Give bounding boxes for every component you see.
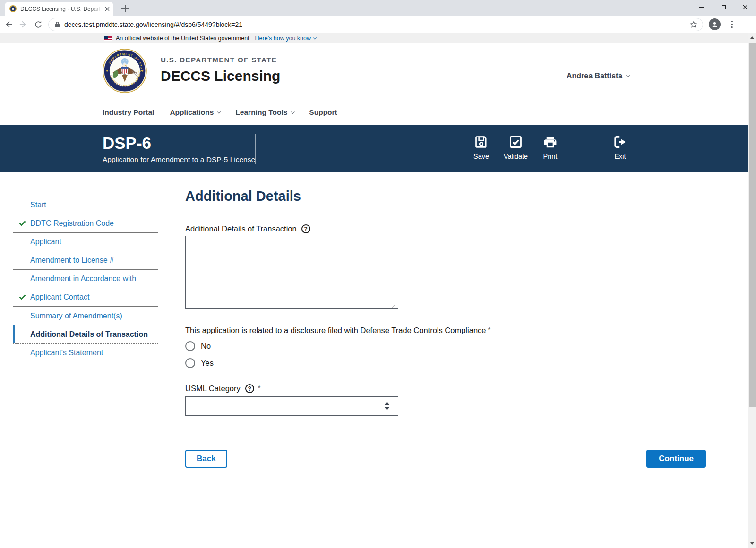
site-favicon-icon: [9, 5, 17, 12]
help-icon[interactable]: ?: [301, 224, 310, 233]
sidebar-item-ddtc-registration-code[interactable]: DDTC Registration Code: [13, 214, 158, 233]
check-icon: [19, 293, 26, 300]
radio-button-icon[interactable]: [185, 341, 195, 351]
usml-category-label: USML Category: [185, 384, 241, 393]
sidebar-item-amendment-in-accordance[interactable]: Amendment in Accordance with: [13, 270, 158, 288]
form-code: DSP-6: [103, 135, 255, 151]
us-flag-icon: [104, 36, 112, 41]
help-icon[interactable]: ?: [245, 384, 254, 393]
back-arrow-icon: [4, 20, 13, 29]
page-content: Start DDTC Registration Code Applicant A…: [0, 172, 756, 548]
exit-button[interactable]: Exit: [603, 135, 637, 160]
radio-label: Yes: [201, 359, 214, 368]
user-name: Andrea Battista: [567, 72, 622, 80]
save-floppy-icon: [474, 135, 489, 149]
reload-icon: [34, 20, 43, 29]
person-icon: [711, 21, 718, 28]
radio-label: No: [201, 342, 211, 351]
validate-check-icon: [508, 135, 523, 149]
banner-divider: [255, 134, 256, 164]
app-title: DECCS Licensing: [161, 68, 280, 84]
primary-navigation: Industry Portal Applications Learning To…: [0, 99, 756, 125]
print-icon: [543, 135, 558, 149]
restore-icon: [722, 5, 726, 9]
usml-category-select[interactable]: [185, 396, 398, 416]
scrollbar-thumb[interactable]: [749, 43, 756, 407]
bookmark-star-icon[interactable]: [689, 20, 698, 29]
lock-icon: [55, 21, 60, 28]
state-department-seal: DEPARTMENT OF STATE UNITED STATES OF AME…: [103, 49, 147, 95]
section-divider: [185, 436, 710, 436]
form-step-sidebar: Start DDTC Registration Code Applicant A…: [13, 196, 158, 362]
form-main-panel: Additional Details Additional Details of…: [185, 188, 710, 468]
disclosure-question: This application is related to a disclos…: [185, 326, 486, 335]
nav-support[interactable]: Support: [309, 108, 337, 117]
browser-toolbar: deccs.test.pmddtc.state.gov/licensing/#/…: [0, 16, 756, 33]
form-banner: DSP-6 Application for Amendment to a DSP…: [0, 125, 756, 172]
reload-button[interactable]: [31, 17, 45, 32]
exit-icon: [613, 135, 627, 149]
gov-banner-text: An official website of the United States…: [116, 35, 249, 42]
close-icon: [742, 4, 748, 10]
print-button[interactable]: Print: [533, 135, 567, 160]
minimize-icon: [699, 7, 704, 8]
back-button[interactable]: Back: [185, 450, 227, 468]
radio-option-yes[interactable]: Yes: [185, 358, 710, 368]
required-asterisk: *: [258, 384, 261, 392]
scroll-down-arrow-icon[interactable]: [750, 542, 754, 545]
url-text: deccs.test.pmddtc.state.gov/licensing/#/…: [64, 21, 685, 28]
radio-button-icon[interactable]: [185, 358, 195, 368]
tab-close-icon[interactable]: [105, 7, 110, 11]
select-updown-icon: [384, 402, 390, 410]
url-bar[interactable]: deccs.test.pmddtc.state.gov/licensing/#/…: [48, 18, 703, 31]
additional-details-textarea[interactable]: [185, 236, 398, 309]
nav-industry-portal[interactable]: Industry Portal: [103, 108, 154, 117]
usa-gov-banner: An official website of the United States…: [0, 33, 756, 43]
save-button[interactable]: Save: [464, 135, 498, 160]
sidebar-item-amendment-to-license[interactable]: Amendment to License #: [13, 251, 158, 270]
check-icon: [19, 219, 26, 226]
validate-button[interactable]: Validate: [498, 135, 533, 160]
user-menu[interactable]: Andrea Battista: [567, 72, 629, 80]
scroll-up-arrow-icon[interactable]: [750, 36, 754, 39]
forward-arrow-icon: [19, 20, 28, 29]
form-subtitle: Application for Amendment to a DSP-5 Lic…: [103, 155, 255, 164]
back-nav-button[interactable]: [1, 17, 15, 32]
window-minimize-button[interactable]: [691, 0, 713, 14]
continue-button[interactable]: Continue: [646, 450, 706, 468]
nav-applications[interactable]: Applications: [170, 108, 220, 117]
forward-nav-button[interactable]: [16, 17, 30, 32]
radio-option-no[interactable]: No: [185, 341, 710, 351]
page-title: Additional Details: [185, 188, 710, 204]
sidebar-item-applicant[interactable]: Applicant: [13, 233, 158, 251]
chevron-down-icon: [626, 73, 630, 77]
sidebar-item-start[interactable]: Start: [13, 196, 158, 214]
browser-tab[interactable]: DECCS Licensing - U.S. Departme: [5, 2, 113, 16]
gov-banner-link[interactable]: Here's how you know: [255, 35, 316, 42]
new-tab-button[interactable]: [121, 4, 129, 12]
tab-title: DECCS Licensing - U.S. Departme: [20, 6, 101, 12]
required-asterisk: *: [488, 325, 490, 334]
chevron-down-icon: [313, 35, 317, 39]
sidebar-item-summary-of-amendments[interactable]: Summary of Amendment(s): [13, 307, 158, 325]
nav-learning-tools[interactable]: Learning Tools: [235, 108, 293, 117]
window-close-button[interactable]: [734, 0, 756, 14]
browser-tab-strip: DECCS Licensing - U.S. Departme: [0, 0, 756, 16]
textarea-label: Additional Details of Transaction: [185, 224, 297, 233]
browser-menu-button[interactable]: [728, 21, 736, 28]
sidebar-item-applicant-contact[interactable]: Applicant Contact: [13, 288, 158, 307]
chevron-down-icon: [291, 110, 295, 113]
page-scrollbar[interactable]: [748, 33, 756, 548]
window-restore-button[interactable]: [713, 0, 734, 14]
sidebar-item-additional-details-active[interactable]: Additional Details of Transaction: [13, 325, 158, 343]
agency-name: U.S. DEPARTMENT OF STATE: [161, 56, 280, 64]
browser-profile-avatar[interactable]: [709, 18, 721, 30]
site-header: DEPARTMENT OF STATE UNITED STATES OF AME…: [0, 43, 756, 99]
chevron-down-icon: [217, 110, 221, 113]
sidebar-item-applicants-statement[interactable]: Applicant's Statement: [13, 343, 158, 362]
banner-divider: [586, 134, 586, 164]
